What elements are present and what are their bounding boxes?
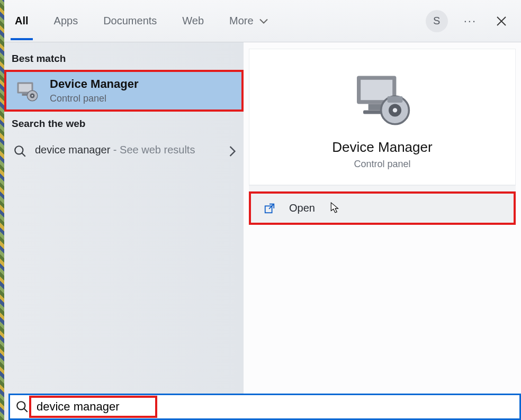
header: All Apps Documents Web More S ··· [4, 0, 521, 42]
tab-apps[interactable]: Apps [50, 2, 83, 40]
result-subtitle: Control panel [50, 93, 139, 104]
body: Best match Device Manager Control panel … [4, 42, 521, 420]
svg-line-18 [24, 408, 28, 412]
filter-tabs: All Apps Documents Web More [11, 0, 272, 42]
best-match-label: Best match [4, 50, 244, 70]
device-manager-icon [15, 78, 40, 104]
svg-line-7 [22, 153, 25, 157]
web-query-text: device manager [35, 144, 110, 156]
svg-rect-1 [19, 84, 32, 92]
desktop-edge [0, 0, 4, 420]
open-action[interactable]: Open [251, 194, 514, 223]
divider [249, 185, 516, 191]
search-text-highlight [29, 396, 157, 418]
chevron-right-icon [229, 145, 236, 157]
search-bar[interactable] [8, 394, 521, 420]
results-pane: Best match Device Manager Control panel … [4, 42, 244, 420]
chevron-down-icon [259, 19, 268, 24]
cursor-icon [330, 202, 340, 214]
open-icon [264, 203, 275, 214]
svg-point-5 [32, 95, 33, 96]
tab-documents[interactable]: Documents [99, 2, 161, 40]
header-right: S ··· [426, 10, 510, 32]
svg-point-6 [15, 146, 23, 154]
avatar[interactable]: S [426, 10, 448, 32]
search-input[interactable] [32, 398, 154, 416]
search-web-label: Search the web [4, 115, 244, 135]
svg-point-17 [17, 401, 25, 409]
close-icon [496, 15, 507, 27]
tab-more[interactable]: More [225, 2, 272, 40]
tab-more-label: More [229, 15, 254, 26]
web-result-item[interactable]: device manager - See web results [4, 135, 244, 166]
preview-pane: Device Manager Control panel Open [244, 42, 521, 420]
device-manager-icon [351, 70, 414, 129]
preview-subtitle: Control panel [260, 159, 505, 170]
result-title: Device Manager [50, 77, 139, 91]
result-text: Device Manager Control panel [50, 77, 139, 104]
preview-card: Device Manager Control panel [249, 49, 516, 185]
more-options-button[interactable]: ··· [464, 14, 477, 28]
open-label: Open [289, 202, 315, 214]
preview-title: Device Manager [260, 139, 505, 156]
tab-all[interactable]: All [11, 2, 33, 40]
web-result-text: device manager - See web results [35, 142, 221, 158]
search-icon [13, 144, 28, 158]
search-icon [15, 400, 29, 414]
close-button[interactable] [492, 12, 510, 30]
svg-rect-15 [388, 96, 403, 103]
open-action-highlight: Open [249, 191, 516, 225]
result-device-manager[interactable]: Device Manager Control panel [4, 70, 244, 112]
tab-web[interactable]: Web [178, 2, 208, 40]
search-window: All Apps Documents Web More S ··· Best m… [4, 0, 521, 420]
svg-point-14 [393, 108, 397, 112]
web-suffix-text: - See web results [110, 144, 195, 156]
